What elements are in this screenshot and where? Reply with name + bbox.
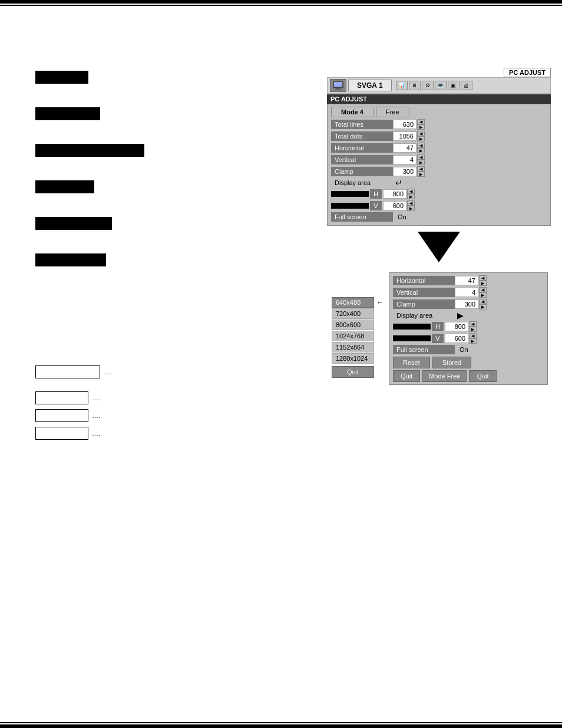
total-lines-row: Total lines 630 ◀ ▶: [331, 119, 547, 130]
toolbar-icon-print[interactable]: 🖨: [461, 81, 472, 90]
quit2-button[interactable]: Quit: [469, 370, 496, 382]
res-1280-row: 1280x1024: [332, 353, 384, 364]
free-button[interactable]: Free: [376, 107, 409, 117]
bottom-item-3: ….: [35, 409, 112, 422]
horizontal-row: Horizontal 47 ◀ ▶: [331, 143, 547, 153]
mode-button[interactable]: Mode 4: [331, 107, 373, 117]
res-720[interactable]: 720x400: [332, 308, 374, 319]
horizontal-down[interactable]: ▶: [417, 148, 425, 153]
v-black-bar: [331, 203, 369, 209]
toolbar-icon-settings[interactable]: ⚙: [422, 81, 434, 90]
bottom-v-up[interactable]: ◀: [469, 333, 477, 338]
white-box-4: [35, 427, 88, 440]
v-row: V 600 ◀ ▶: [331, 200, 547, 211]
display-area-row: Display area ↵: [331, 178, 547, 187]
bottom-display-area-arrow: ▶: [457, 311, 464, 320]
fullscreen-label: Full screen: [331, 212, 393, 222]
top-menu-panel: Mode 4 Free Total lines 630 ◀ ▶ Total do…: [327, 104, 551, 226]
bottom-vertical-value: 4: [455, 288, 478, 297]
vertical-label: Vertical: [331, 155, 393, 164]
horizontal-up[interactable]: ◀: [417, 143, 425, 148]
res-1024[interactable]: 1024x768: [332, 331, 374, 341]
bottom-line: [0, 722, 562, 723]
v-arrows: ◀ ▶: [407, 200, 415, 211]
clamp-row: Clamp 300 ◀ ▶: [331, 166, 547, 177]
svg-rect-2: [335, 89, 342, 90]
v-value: 600: [383, 201, 406, 210]
total-lines-down[interactable]: ▶: [417, 124, 425, 130]
bottom-clamp-up[interactable]: ◀: [479, 299, 487, 304]
clamp-arrows: ◀ ▶: [417, 166, 425, 177]
bottom-h-label: H: [432, 322, 444, 331]
toolbar-icon-display[interactable]: 🖥: [409, 81, 421, 90]
bottom-v-value: 600: [445, 334, 468, 343]
total-lines-up[interactable]: ◀: [417, 119, 425, 124]
quit1-button[interactable]: Quit: [393, 370, 420, 382]
horizontal-value: 47: [393, 143, 416, 153]
res-1280[interactable]: 1280x1024: [332, 353, 374, 364]
down-arrow-container: [327, 232, 551, 262]
toolbar-icon-chart[interactable]: 📊: [396, 81, 408, 90]
bottom-vertical-up[interactable]: ◀: [479, 287, 487, 292]
left-instruction-bars: [35, 71, 144, 266]
bottom-display-area-row: Display area ▶: [393, 311, 544, 320]
v-down[interactable]: ▶: [407, 206, 415, 211]
total-lines-value: 630: [393, 120, 416, 129]
v-up[interactable]: ◀: [407, 200, 415, 206]
white-box-2: [35, 391, 88, 404]
bottom-item-4: ….: [35, 427, 112, 440]
vertical-down[interactable]: ▶: [417, 160, 425, 165]
clamp-down[interactable]: ▶: [417, 172, 425, 177]
res-1152[interactable]: 1152x864: [332, 342, 374, 353]
bottom-clamp-value: 300: [455, 299, 478, 309]
toolbar-icon-pc[interactable]: 💻: [435, 81, 447, 90]
bottom-clamp-down[interactable]: ▶: [479, 304, 487, 309]
h-black-bar: [331, 191, 369, 197]
bottom-h-up[interactable]: ◀: [469, 321, 477, 327]
bottom-horizontal-up[interactable]: ◀: [479, 275, 487, 281]
bottom-h-arrows: ◀ ▶: [469, 321, 477, 332]
fullscreen-row: Full screen On: [331, 212, 547, 222]
h-down[interactable]: ▶: [407, 194, 415, 199]
display-area-enter-arrow[interactable]: ↵: [395, 178, 402, 187]
bar-4: [35, 180, 94, 193]
bottom-v-down[interactable]: ▶: [469, 338, 477, 344]
res-1024-row: 1024x768: [332, 331, 384, 341]
bottom-v-label: V: [432, 334, 444, 343]
clamp-value: 300: [393, 167, 416, 176]
bottom-h-row: H 800 ◀ ▶: [393, 321, 544, 332]
res-640[interactable]: 640x480: [332, 297, 374, 308]
res-800[interactable]: 800x600: [332, 319, 374, 330]
mode-free-button[interactable]: Mode Free: [422, 370, 467, 382]
white-box-3: [35, 409, 88, 422]
total-dots-down[interactable]: ▶: [417, 136, 425, 141]
resolution-panel: 640x480 ← 720x400 800x600 1024x768 1152x…: [332, 297, 384, 378]
bottom-item-1: ….: [35, 365, 112, 378]
bottom-v-row: V 600 ◀ ▶: [393, 333, 544, 344]
quit-row: Quit Mode Free Quit: [393, 370, 544, 382]
toolbar-icons: 📊 🖥 ⚙ 💻 ▣ 🖨: [396, 81, 472, 90]
bottom-horizontal-row: Horizontal 47 ◀ ▶: [393, 275, 544, 286]
total-dots-row: Total dots 1056 ◀ ▶: [331, 131, 547, 141]
total-dots-arrows: ◀ ▶: [417, 131, 425, 141]
clamp-up[interactable]: ◀: [417, 166, 425, 172]
bottom-display-area-label: Display area: [393, 311, 455, 320]
list-quit-button[interactable]: Quit: [332, 366, 374, 378]
reset-button[interactable]: Reset: [393, 357, 430, 368]
bottom-vertical-down[interactable]: ▶: [479, 292, 487, 298]
bottom-h-down[interactable]: ▶: [469, 327, 477, 332]
svg-rect-3: [334, 82, 342, 87]
horizontal-arrows: ◀ ▶: [417, 143, 425, 153]
total-dots-up[interactable]: ◀: [417, 131, 425, 136]
bottom-border: [0, 724, 562, 728]
stored-button[interactable]: Stored: [432, 357, 471, 368]
vertical-up[interactable]: ◀: [417, 154, 425, 160]
top-line: [0, 5, 562, 6]
toolbar-icon-screen[interactable]: ▣: [448, 81, 459, 90]
bottom-vertical-row: Vertical 4 ◀ ▶: [393, 287, 544, 298]
bottom-left-section: …. …. …. ….: [35, 365, 112, 444]
bottom-horizontal-down[interactable]: ▶: [479, 281, 487, 286]
toolbar: SVGA 1 📊 🖥 ⚙ 💻 ▣ 🖨: [327, 77, 551, 94]
h-up[interactable]: ◀: [407, 189, 415, 194]
bottom-v-arrows: ◀ ▶: [469, 333, 477, 344]
